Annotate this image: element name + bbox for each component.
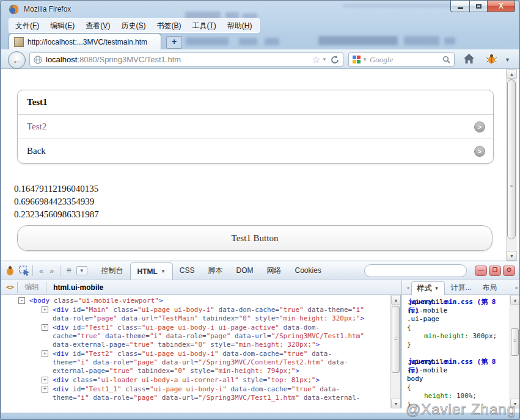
toolbar-overflow-icon[interactable]: ▼ [505, 57, 510, 63]
list-item[interactable]: Back> [18, 139, 493, 163]
css-file-link[interactable]: jquery...min.css (第 8 行) [408, 298, 500, 315]
page-content: Test1Test2>Back> 0.164791121960401350.69… [1, 69, 520, 261]
breadcrumb[interactable]: html.ui-mobile [53, 283, 103, 292]
browser-tab[interactable]: http://localhost:...3MVC/testmain.htm [9, 34, 161, 49]
panel-options-icon[interactable]: ▼ [76, 266, 87, 275]
firebug-tab-控制台[interactable]: 控制台 [95, 261, 130, 280]
firebug-close-button[interactable]: ⏻ [503, 266, 515, 276]
random-numbers: 0.164791121960401350.69669844233549390.2… [14, 183, 99, 221]
search-bar[interactable]: ▼ Google [348, 52, 455, 67]
style-rules-panel: jquery...min.css (第 8 行).ui-mobile.ui-mo… [402, 295, 510, 408]
firebug-tab-脚本[interactable]: 脚本 [202, 261, 230, 280]
tabs-scroll-left-icon[interactable]: ◂ [406, 284, 409, 291]
titlebar: Mozilla Firefox X [1, 1, 519, 18]
separator [32, 265, 33, 276]
url-text[interactable]: localhost:8080/Spring3MVC/Test1.htm [46, 55, 312, 64]
css-property-line[interactable]: height: 100%; [407, 392, 510, 400]
edit-button[interactable]: 编辑 [21, 282, 43, 292]
tree-node[interactable]: +<div id="Test2" class="ui-page ui-body-… [1, 350, 368, 375]
menu-item[interactable]: 工具(T) [192, 21, 216, 31]
close-button[interactable]: X [487, 1, 515, 12]
menu-item[interactable]: 查看(V) [86, 21, 110, 31]
tree-node[interactable]: -<body class="ui-mobile-viewport"> [1, 297, 368, 305]
firebug-tab-dom[interactable]: DOM [230, 261, 260, 280]
firebug-search-input[interactable] [373, 266, 462, 275]
scroll-up-icon[interactable]: ▲ [391, 295, 401, 305]
tree-node[interactable]: +<div id="Test1" class="ui-page ui-body-… [1, 324, 368, 349]
scroll-up-icon[interactable]: ▲ [510, 295, 520, 305]
tabs-scroll-right-icon[interactable]: ▸ [515, 284, 518, 291]
firebug-search[interactable] [364, 264, 467, 277]
firebug-tab-html[interactable]: HTML▼ [130, 262, 173, 280]
css-brace: } [407, 341, 510, 349]
scrollbar-thumb[interactable]: ≡ [392, 306, 400, 373]
search-input[interactable]: Google [370, 55, 442, 65]
firebug-menu-icon[interactable] [5, 266, 15, 276]
css-selector[interactable]: body [407, 375, 510, 383]
code-attr: class= [122, 385, 150, 393]
menu-item[interactable]: 书签(B) [156, 21, 181, 31]
page-scrollbar[interactable]: ▲ ≡ ▼ [506, 69, 517, 261]
maximize-button[interactable] [469, 1, 487, 12]
css-file-link[interactable]: jquery...min.css (第 8 行) [408, 358, 500, 375]
code-brackets-icon[interactable]: <> [6, 283, 14, 291]
menu-item[interactable]: 历史(S) [121, 21, 145, 31]
firebug-tab-网络[interactable]: 网络 [260, 261, 288, 280]
firebug-tab-cookies[interactable]: Cookies [288, 261, 328, 280]
list-item[interactable]: Test2> [18, 114, 493, 139]
firebug-button[interactable] [486, 54, 497, 64]
style-tab[interactable]: 计算... [445, 280, 477, 295]
expand-icon[interactable]: + [42, 386, 48, 393]
scrollbar-thumb[interactable]: ≡ [511, 328, 519, 356]
code-val: "ui-page ui-body-i ui-page-active" [142, 324, 279, 331]
google-logo-icon[interactable] [353, 56, 361, 63]
search-icon[interactable] [442, 56, 450, 63]
menu-item[interactable]: 帮助(H) [227, 21, 252, 31]
expand-icon[interactable]: + [42, 306, 48, 313]
firebug-breadcrumb-bar: <> 编辑 html.ui-mobile ◂ 样式▼计算...布局 ▸ [1, 280, 520, 295]
code-val: "true" [77, 332, 101, 340]
firebug-detach-button[interactable]: ❐ [489, 266, 501, 276]
expand-icon[interactable]: + [42, 350, 48, 357]
code-attr: class= [109, 306, 137, 314]
scroll-up-icon[interactable]: ▲ [507, 69, 517, 79]
search-engine-dropdown-icon[interactable]: ▼ [362, 57, 367, 62]
css-property-line[interactable]: min-height: 300px; [407, 332, 510, 341]
firebug-tab-css[interactable]: CSS [173, 261, 202, 280]
css-selector[interactable]: .ui-page [407, 315, 510, 324]
html-panel-scrollbar[interactable]: ▲ ≡ ▼ [390, 295, 401, 408]
test1-button[interactable]: Test1 Button [17, 225, 493, 251]
scroll-down-icon[interactable]: ▼ [510, 399, 520, 408]
code-val: "page" [207, 332, 231, 340]
window-controls: X [450, 1, 515, 12]
scroll-down-icon[interactable]: ▼ [507, 251, 517, 261]
collapse-icon[interactable]: - [18, 297, 25, 304]
home-button[interactable] [463, 53, 475, 64]
reload-icon[interactable] [331, 56, 339, 64]
css-property-name: height: [424, 392, 456, 400]
scroll-down-icon[interactable]: ▼ [391, 399, 401, 408]
tree-node[interactable]: +<div id="Main" class="ui-page ui-body-i… [1, 306, 368, 323]
tree-node[interactable]: +<div class="ui-loader ui-body-a ui-corn… [1, 376, 368, 385]
inspect-element-icon[interactable] [19, 266, 29, 276]
url-dropdown-icon[interactable]: ▼ [322, 57, 327, 62]
scrollbar-thumb[interactable]: ≡ [507, 79, 516, 239]
minimize-button[interactable] [450, 1, 469, 12]
style-tab[interactable]: 样式▼ [411, 281, 445, 295]
panel-list-icon[interactable]: ≡ [66, 266, 71, 275]
css-rule: jquery...min.css (第 8 行).ui-mobile.ui-mo… [406, 358, 510, 408]
url-bar[interactable]: localhost:8080/Spring3MVC/Test1.htm ☆ ▼ [29, 52, 343, 67]
menu-item[interactable]: 文件(F) [15, 21, 39, 31]
back-button[interactable]: ← [8, 51, 26, 69]
bookmark-star-icon[interactable]: ☆ [312, 54, 320, 65]
expand-icon[interactable]: + [42, 324, 48, 331]
expand-icon[interactable]: + [42, 377, 48, 383]
style-tab[interactable]: 布局 [477, 280, 502, 295]
tree-node[interactable]: +<div id="Test1_1" class="ui-page ui-bod… [1, 385, 368, 402]
style-panel-scrollbar[interactable]: ▲ ≡ ▼ [510, 295, 520, 408]
history-forward-icon[interactable]: » [49, 266, 54, 275]
new-tab-button[interactable]: + [166, 36, 182, 49]
firebug-minimize-button[interactable]: — [475, 266, 487, 276]
menu-item[interactable]: 编辑(E) [50, 21, 75, 31]
history-back-icon[interactable]: « [39, 266, 43, 275]
